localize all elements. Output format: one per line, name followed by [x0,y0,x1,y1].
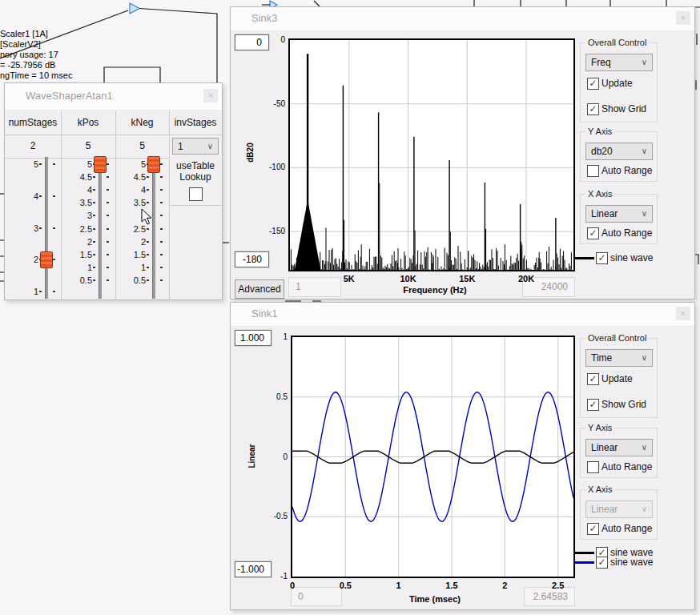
legend-checkbox[interactable]: ✓ [596,557,608,569]
slider-tick [53,195,55,197]
slider-tick [147,176,149,178]
x-tick-label: 1.5 [434,581,469,590]
slider-tick [107,254,109,255]
window-waveshaper: WaveShaperAtan1 × numStages kPos kNeg in… [4,82,223,300]
slider-tick [160,241,163,243]
slider-tick-label: 0.5 [65,275,92,285]
y-axis-title: dB20 [246,135,255,171]
slider-tick-label: 4.5 [65,172,92,182]
slider-tick [147,279,149,281]
legend-line-blue [574,561,594,564]
slider-tick [160,279,163,281]
slider-tick [39,291,42,292]
x-auto-range-checkbox[interactable]: ✓ [587,523,599,535]
y-axis-dropdown[interactable]: db20 ∨ [585,143,653,160]
slider-track[interactable] [45,157,48,299]
y-tick-label: 0 [259,35,285,44]
advanced-button[interactable]: Advanced [235,279,284,299]
slider-tick [160,163,163,165]
slider-tick-label: 2 [11,255,38,264]
slider-tick [160,189,163,191]
waveshaper-body: numStages kPos kNeg invStages 2 5 5 1 ∨ … [5,83,222,299]
slider-tick [160,176,163,178]
x-axis-dropdown[interactable]: Linear ∨ [585,500,653,518]
x-tick-label: 2.5 [541,581,576,590]
slider-tick [107,241,109,243]
spectrum-plot [288,38,575,271]
y-auto-range-checkbox[interactable] [587,461,599,473]
slider-tick [160,202,163,203]
slider-tick-label: 4 [65,185,92,195]
chevron-down-icon: ∨ [642,143,647,159]
overall-mode-dropdown[interactable]: Time ∨ [585,349,653,367]
waveform-plot [291,336,575,578]
y-tick-label: 1 [262,332,288,341]
overall-mode-dropdown[interactable]: Freq ∨ [585,54,653,71]
x-tick-label: 0 [275,581,310,590]
window-sink1: Sink1 × 1.000 -1.000 Linear 0 Time (msec… [230,302,695,610]
slider-tick-label: 2 [65,237,92,247]
y-min-value-box[interactable]: -180 [235,251,269,267]
chevron-down-icon: ∨ [642,54,647,70]
y-tick-label: -100 [259,163,285,171]
slider-tick [107,163,109,165]
slider-tick [53,163,55,165]
slider-handle[interactable] [94,156,107,173]
slider-handle[interactable] [40,251,53,268]
slider-tick [107,228,109,230]
synthedit-canvas: Scaler1 [1A] [ScalerV2] nory usage: 17 =… [0,0,700,615]
update-checkbox[interactable]: ✓ [587,78,599,90]
update-checkbox[interactable]: ✓ [587,373,599,385]
x-tick-label: 0.5 [328,581,363,590]
overall-control-group: Overall Control Time ∨ ✓ Update ✓ Show G… [580,338,658,418]
y-axis-group: Y Axis Linear ∨ Auto Range [580,428,658,478]
slider-tick [147,241,149,243]
slider-tick-label: 3.5 [65,198,92,207]
show-grid-checkbox[interactable]: ✓ [587,399,599,411]
slider-tick-label: 1.5 [119,250,146,259]
x-tick-label: 15K [449,274,485,283]
chevron-down-icon: ∨ [642,501,647,517]
y-axis-dropdown[interactable]: Linear ∨ [585,439,653,456]
slider-handle[interactable] [147,156,160,173]
slider-tick [93,228,95,230]
slider-track[interactable] [152,157,155,299]
slider-tick-label: 0.5 [119,275,146,285]
slider-tick-label: 2 [119,237,146,247]
slider-tick [107,279,109,281]
show-grid-checkbox[interactable]: ✓ [587,103,599,115]
sink3-body: 0 -180 dB20 Advanced 1 Frequency (Hz) 24… [231,7,694,299]
legend-label: sine wave [610,252,653,263]
legend-checkbox[interactable]: ✓ [596,252,608,264]
slider-tick [39,163,42,165]
slider-track[interactable] [99,157,102,299]
y-tick-label: -150 [259,227,285,235]
slider-tick [93,176,95,178]
slider-tick [53,291,55,292]
y-axis-group: Y Axis db20 ∨ Auto Range [580,131,658,182]
slider-tick-label: 3.5 [119,198,146,207]
slider-tick [107,189,109,191]
slider-tick [107,267,109,268]
slider-tick [147,202,149,203]
x-tick-label: 5K [332,274,367,283]
slider-tick-label: 4 [119,185,146,195]
slider-tick-label: 4 [11,191,38,201]
slider-tick [93,215,95,216]
slider-tick [160,228,163,230]
x-axis-group: X Axis Linear ∨ ✓ Auto Range [580,194,658,244]
x-tick-label: 10K [391,274,426,283]
chevron-down-icon: ∨ [642,206,647,222]
x-auto-range-checkbox[interactable]: ✓ [587,227,599,239]
x-axis-dropdown[interactable]: Linear ∨ [585,205,653,223]
y-auto-range-checkbox[interactable] [587,165,599,177]
slider-tick-label: 3 [65,211,92,220]
y-tick-label: 0.5 [262,392,288,401]
slider-tick [93,189,95,191]
y-tick-label: -0.5 [262,512,288,521]
overall-control-group: Overall Control Freq ∨ ✓ Update ✓ Show G… [580,42,658,123]
x-tick-label: 2 [487,581,522,590]
slider-area: 5432154.543.532.521.510.554.543.532.521.… [5,83,222,299]
x-axis-group: X Axis Linear ∨ ✓ Auto Range [580,489,658,540]
slider-tick [93,279,95,281]
